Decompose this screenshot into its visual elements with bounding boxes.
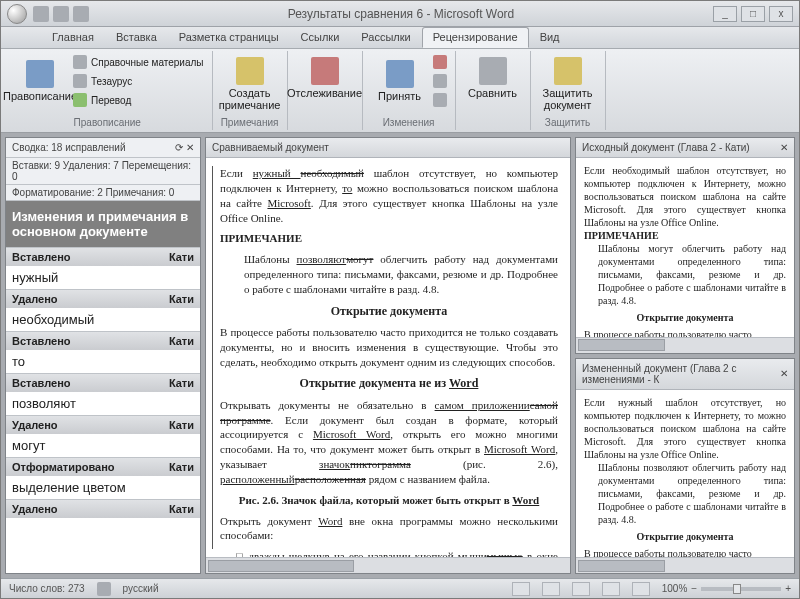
view-draft[interactable] bbox=[632, 582, 650, 596]
group-protect-label: Защитить bbox=[537, 115, 599, 128]
reviewing-pane: Сводка: 18 исправлений ⟳ ✕ Вставки: 9 Уд… bbox=[5, 137, 201, 574]
translate-button[interactable]: Перевод bbox=[71, 91, 206, 109]
tab-home[interactable]: Главная bbox=[41, 27, 105, 48]
office-button[interactable] bbox=[7, 4, 27, 24]
compared-doc-body[interactable]: Если нужный необходимый шаблон отсутству… bbox=[206, 158, 570, 557]
summary-line3: Форматирование: 2 Примечания: 0 bbox=[6, 185, 200, 201]
revised-document-pane: Измененный документ (Глава 2 с изменения… bbox=[575, 358, 795, 575]
change-item[interactable]: ВставленоКатинужный bbox=[6, 247, 200, 289]
view-fullscreen[interactable] bbox=[542, 582, 560, 596]
compare-button[interactable]: Сравнить bbox=[462, 53, 524, 103]
save-icon[interactable] bbox=[33, 6, 49, 22]
view-print-layout[interactable] bbox=[512, 582, 530, 596]
ribbon-tabs: Главная Вставка Разметка страницы Ссылки… bbox=[1, 27, 799, 49]
tab-view[interactable]: Вид bbox=[529, 27, 571, 48]
spellcheck-icon[interactable] bbox=[97, 582, 111, 596]
close-pane-icon[interactable]: ✕ bbox=[186, 142, 194, 153]
change-item[interactable]: УдаленоКатимогут bbox=[6, 415, 200, 457]
original-doc-body[interactable]: Если необходимый шаблон отсутствует, но … bbox=[576, 158, 794, 337]
protect-button[interactable]: Защитить документ bbox=[537, 53, 599, 115]
status-bar: Число слов: 273 русский 100% − + bbox=[1, 578, 799, 598]
change-item[interactable]: ОтформатированоКативыделение цветом bbox=[6, 457, 200, 499]
title-bar: Результаты сравнения 6 - Microsoft Word … bbox=[1, 1, 799, 27]
summary-line2: Вставки: 9 Удаления: 7 Перемещения: 0 bbox=[6, 158, 200, 185]
spelling-button[interactable]: Правописание bbox=[9, 53, 71, 109]
change-item[interactable]: УдаленоКатинеобходимый bbox=[6, 289, 200, 331]
zoom-slider[interactable] bbox=[701, 587, 781, 591]
ribbon: Правописание Справочные материалы Тезаур… bbox=[1, 49, 799, 133]
zoom-level[interactable]: 100% bbox=[662, 583, 688, 594]
new-comment-button[interactable]: Создать примечание bbox=[219, 53, 281, 115]
spelling-label: Правописание bbox=[3, 90, 77, 102]
maximize-button[interactable]: □ bbox=[741, 6, 765, 22]
group-comments-label: Примечания bbox=[219, 115, 281, 128]
revised-doc-header: Измененный документ (Глава 2 с изменения… bbox=[582, 363, 776, 385]
change-item[interactable]: ВставленоКатипозволяют bbox=[6, 373, 200, 415]
changes-section-title: Изменения и примечания в основном докуме… bbox=[6, 201, 200, 247]
tab-layout[interactable]: Разметка страницы bbox=[168, 27, 290, 48]
view-web[interactable] bbox=[572, 582, 590, 596]
minimize-button[interactable]: _ bbox=[713, 6, 737, 22]
tab-insert[interactable]: Вставка bbox=[105, 27, 168, 48]
next-change-button[interactable] bbox=[431, 91, 449, 109]
summary-header: Сводка: 18 исправлений ⟳ ✕ bbox=[6, 138, 200, 158]
close-icon[interactable]: ✕ bbox=[780, 142, 788, 153]
tab-review[interactable]: Рецензирование bbox=[422, 27, 529, 48]
tab-references[interactable]: Ссылки bbox=[290, 27, 351, 48]
hscroll-orig[interactable] bbox=[576, 337, 794, 353]
quick-access-toolbar bbox=[33, 6, 89, 22]
view-outline[interactable] bbox=[602, 582, 620, 596]
close-icon[interactable]: ✕ bbox=[780, 368, 788, 379]
compared-document-pane: Сравниваемый документ Если нужный необхо… bbox=[205, 137, 571, 574]
compared-doc-header: Сравниваемый документ bbox=[206, 138, 570, 158]
prev-change-button[interactable] bbox=[431, 72, 449, 90]
close-button[interactable]: x bbox=[769, 6, 793, 22]
group-proofing-label: Правописание bbox=[9, 115, 206, 128]
language-status[interactable]: русский bbox=[123, 583, 159, 594]
undo-icon[interactable] bbox=[53, 6, 69, 22]
hscroll-rev[interactable] bbox=[576, 557, 794, 573]
thesaurus-button[interactable]: Тезаурус bbox=[71, 72, 206, 90]
revised-doc-body[interactable]: Если нужный шаблон отсутствует, но компь… bbox=[576, 390, 794, 558]
reject-button[interactable] bbox=[431, 53, 449, 71]
original-document-pane: Исходный документ (Глава 2 - Кати)✕ Если… bbox=[575, 137, 795, 354]
change-item[interactable]: УдаленоКати bbox=[6, 499, 200, 526]
tab-mailings[interactable]: Рассылки bbox=[350, 27, 421, 48]
tracking-button[interactable]: Отслеживание bbox=[294, 53, 356, 103]
hscroll-center[interactable] bbox=[206, 557, 570, 573]
redo-icon[interactable] bbox=[73, 6, 89, 22]
research-button[interactable]: Справочные материалы bbox=[71, 53, 206, 71]
group-changes-label: Изменения bbox=[369, 115, 449, 128]
accept-button[interactable]: Принять bbox=[369, 53, 431, 109]
window-title: Результаты сравнения 6 - Microsoft Word bbox=[89, 7, 713, 21]
word-count[interactable]: Число слов: 273 bbox=[9, 583, 85, 594]
change-item[interactable]: ВставленоКатито bbox=[6, 331, 200, 373]
refresh-icon[interactable]: ⟳ bbox=[175, 142, 183, 153]
zoom-in-button[interactable]: + bbox=[785, 583, 791, 594]
original-doc-header: Исходный документ (Глава 2 - Кати) bbox=[582, 142, 750, 153]
zoom-out-button[interactable]: − bbox=[691, 583, 697, 594]
